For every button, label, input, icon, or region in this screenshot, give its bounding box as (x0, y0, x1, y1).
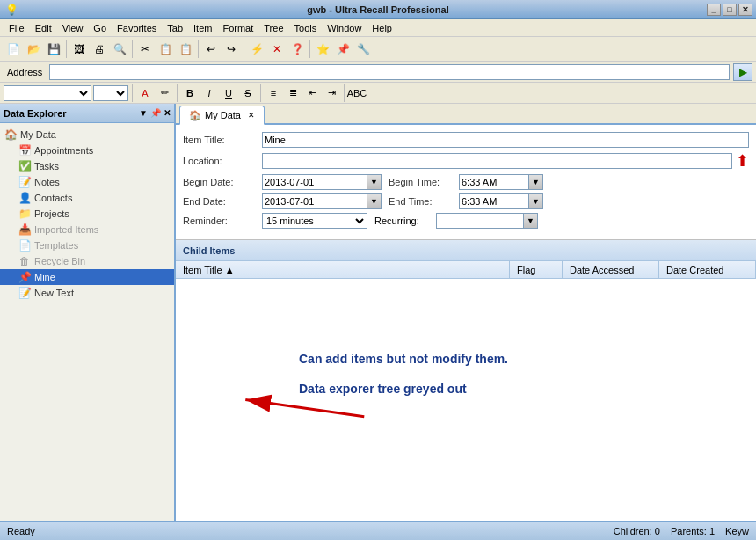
menu-file[interactable]: File (4, 21, 30, 35)
sidebar-item-label: Tasks (34, 161, 59, 171)
font-color-button[interactable]: A (136, 85, 154, 101)
menu-favorites[interactable]: Favorites (112, 21, 162, 35)
bold-button[interactable]: B (181, 85, 199, 101)
svg-line-1 (245, 400, 364, 417)
address-go-button[interactable]: ▶ (733, 63, 752, 81)
strikethrough-button[interactable]: S (239, 85, 257, 101)
tab-my-data[interactable]: 🏠 My Data ✕ (179, 106, 265, 125)
status-parents: Parents: 1 (671, 526, 715, 536)
list-ordered-button[interactable]: ≣ (284, 85, 302, 101)
maximize-button[interactable]: □ (723, 4, 737, 16)
pin-button[interactable]: 📌 (333, 40, 353, 59)
col-item-title[interactable]: Item Title ▲ (176, 261, 510, 278)
print-preview-button[interactable]: 🖼 (69, 40, 89, 59)
begin-time-picker-button[interactable]: ▼ (529, 174, 543, 190)
sidebar-item-tasks[interactable]: ✅ Tasks (0, 158, 174, 174)
save-button[interactable]: 💾 (44, 40, 63, 59)
sidebar-item-label: Contacts (34, 193, 72, 203)
col-date-created[interactable]: Date Created (659, 261, 756, 278)
sidebar-item-notes[interactable]: 📝 Notes (0, 174, 174, 190)
sidebar-item-my-data[interactable]: 🏠 My Data (0, 127, 174, 142)
font-name-select[interactable] (4, 85, 91, 101)
form-row-location: Location: ⬆ (183, 151, 749, 171)
child-items-columns: Item Title ▲ Flag Date Accessed Date Cre… (176, 261, 756, 279)
search-button[interactable]: 🔍 (110, 40, 129, 59)
col-flag[interactable]: Flag (510, 261, 563, 278)
sidebar-close-icon[interactable]: ✕ (164, 108, 171, 118)
end-date-input[interactable] (262, 193, 367, 209)
indent-decrease-button[interactable]: ⇤ (303, 85, 321, 101)
cut-button[interactable]: ✂ (135, 40, 155, 59)
end-date-picker-button[interactable]: ▼ (367, 193, 382, 209)
underline-button[interactable]: U (220, 85, 237, 101)
delete-button[interactable]: ✕ (267, 40, 287, 59)
minimize-button[interactable]: _ (707, 4, 721, 16)
tab-close-icon[interactable]: ✕ (248, 111, 255, 120)
menu-help[interactable]: Help (367, 21, 397, 35)
sidebar-item-contacts[interactable]: 👤 Contacts (0, 190, 174, 206)
sidebar-item-appointments[interactable]: 📅 Appointments (0, 142, 174, 158)
indent-increase-button[interactable]: ⇥ (323, 85, 340, 101)
sidebar-pin-icon[interactable]: ▼ (139, 108, 148, 118)
menu-go[interactable]: Go (88, 21, 112, 35)
end-time-label: End Time: (389, 196, 459, 207)
new-button[interactable]: 📄 (4, 40, 23, 59)
status-keywords: Keyw (725, 526, 749, 536)
address-bar: Address ▶ (0, 62, 756, 83)
recurring-dropdown-button[interactable]: ▼ (524, 213, 538, 229)
content-panel: 🏠 My Data ✕ Item Title: Location: ⬆ Begi… (176, 104, 756, 521)
status-children: Children: 0 (614, 526, 660, 536)
end-time-input[interactable] (459, 193, 529, 209)
menu-edit[interactable]: Edit (30, 21, 57, 35)
sidebar-item-label: Templates (34, 240, 78, 251)
appointments-icon: 📅 (18, 143, 32, 157)
window-controls[interactable]: _ □ ✕ (707, 4, 752, 16)
sidebar-item-label: Notes (34, 177, 60, 187)
reminder-select[interactable]: 15 minutes 30 minutes 1 hour (262, 213, 367, 229)
sidebar-item-mine[interactable]: 📌 Mine (0, 269, 174, 285)
sidebar-item-templates[interactable]: 📄 Templates (0, 237, 174, 253)
redo-button[interactable]: ↪ (222, 40, 241, 59)
sidebar-item-recycle-bin[interactable]: 🗑 Recycle Bin (0, 253, 174, 269)
italic-button[interactable]: I (200, 85, 218, 101)
close-button[interactable]: ✕ (738, 4, 752, 16)
end-time-picker-button[interactable]: ▼ (529, 193, 543, 209)
font-size-select[interactable] (93, 85, 128, 101)
tasks-icon: ✅ (18, 159, 32, 173)
begin-date-input[interactable] (262, 174, 367, 190)
sidebar-item-new-text[interactable]: 📝 New Text (0, 285, 174, 301)
begin-date-picker-button[interactable]: ▼ (367, 174, 382, 190)
begin-time-input[interactable] (459, 174, 529, 190)
print-button[interactable]: 🖨 (90, 40, 109, 59)
location-input[interactable] (262, 153, 732, 169)
spell-check-button[interactable]: ABC (348, 85, 366, 101)
col-date-accessed[interactable]: Date Accessed (563, 261, 659, 278)
undo-button[interactable]: ↩ (201, 40, 221, 59)
menu-tree[interactable]: Tree (258, 21, 288, 35)
menu-tab[interactable]: Tab (162, 21, 188, 35)
recurring-input[interactable] (436, 213, 524, 229)
title-bar: 💡 gwb - Ultra Recall Professional _ □ ✕ (0, 0, 756, 19)
address-input[interactable] (49, 64, 730, 80)
menu-view[interactable]: View (57, 21, 89, 35)
begin-date-label: Begin Date: (183, 177, 262, 187)
mine-icon: 📌 (18, 270, 32, 284)
help-button[interactable]: ❓ (287, 40, 307, 59)
copy-button[interactable]: 📋 (156, 40, 175, 59)
menu-tools[interactable]: Tools (289, 21, 323, 35)
menu-format[interactable]: Format (217, 21, 258, 35)
sync-button[interactable]: ⚡ (247, 40, 266, 59)
menu-item[interactable]: Item (188, 21, 217, 35)
menu-window[interactable]: Window (322, 21, 367, 35)
settings-button[interactable]: 🔧 (353, 40, 373, 59)
paste-button[interactable]: 📋 (176, 40, 195, 59)
sidebar-item-projects[interactable]: 📁 Projects (0, 206, 174, 222)
sidebar-item-imported-items[interactable]: 📥 Imported Items (0, 222, 174, 237)
item-title-input[interactable] (262, 132, 749, 148)
list-unordered-button[interactable]: ≡ (265, 85, 282, 101)
sidebar-pin-icon2[interactable]: 📌 (150, 108, 161, 118)
annotation-block: Can add items but not modify them. Data … (229, 296, 703, 399)
bookmark-button[interactable]: ⭐ (313, 40, 332, 59)
open-button[interactable]: 📂 (24, 40, 43, 59)
highlight-button[interactable]: ✏ (156, 85, 173, 101)
